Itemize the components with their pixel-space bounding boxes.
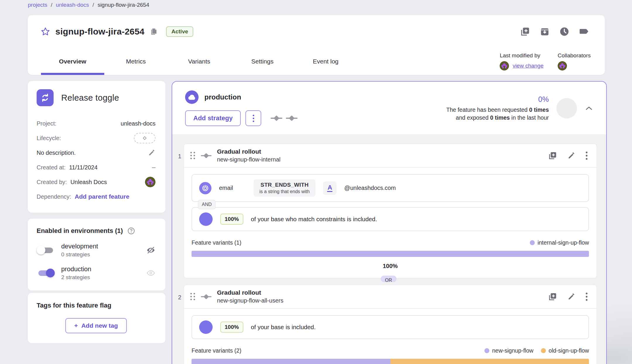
favorite-star-icon[interactable] [41, 27, 50, 36]
environment-name: development [61, 243, 98, 250]
strategy-list: 1 Gradual rollout new-signup-flow-intern… [172, 134, 606, 364]
rollout-donut-icon [199, 212, 213, 226]
breadcrumb-separator: / [93, 2, 94, 8]
breadcrumb: projects / unleash-docs / signup-flow-ji… [28, 2, 149, 8]
lifecycle-stage-pill[interactable] [134, 133, 156, 143]
copy-name-icon[interactable] [150, 28, 158, 36]
environment-row-development: development 0 strategies [37, 243, 156, 258]
created-by-label: Created by: [37, 179, 67, 186]
production-environment-panel: production Add strategy [172, 81, 607, 364]
strategy-menu-icon[interactable] [585, 151, 588, 160]
and-chip: AND [198, 200, 216, 209]
strategy-menu-icon[interactable] [585, 292, 588, 301]
copy-feature-icon[interactable] [520, 26, 530, 37]
tag-icon[interactable] [579, 27, 590, 36]
status-badge: Active [166, 26, 193, 37]
development-toggle[interactable] [37, 245, 55, 255]
breadcrumb-project-link[interactable]: unleash-docs [56, 2, 89, 8]
breadcrumb-separator: / [51, 2, 52, 8]
drag-handle[interactable] [190, 152, 195, 159]
variant-bar-segment [192, 359, 390, 364]
view-change-link[interactable]: view change [513, 63, 544, 69]
strategy-type: Gradual rollout [217, 289, 283, 296]
history-clock-icon[interactable] [559, 26, 570, 37]
case-sensitive-icon: A [323, 181, 337, 195]
avatar [558, 61, 567, 71]
constraint-operator-chip: STR_ENDS_WITH is a string that ends with [254, 179, 316, 197]
collaboration-area: Last modified by view change Collaborato… [500, 48, 605, 75]
tab-event-log[interactable]: Event log [294, 48, 357, 75]
lifecycle-row: Lifecycle: [37, 131, 156, 145]
rollout-percentage-chip: 100% [220, 214, 243, 225]
metrics-exposed-count: 0 times [490, 114, 510, 121]
feature-variants-section: Feature variants (2) new-signup-flow old… [192, 347, 589, 364]
environment-name-heading: production [204, 93, 241, 101]
feature-type-card: Release toggle Project: unleash-docs Lif… [28, 81, 165, 213]
dependency-label: Dependency: [37, 193, 71, 200]
tab-settings[interactable]: Settings [231, 48, 294, 75]
tab-overview[interactable]: Overview [41, 48, 104, 75]
metrics-requested-count: 0 times [529, 107, 549, 113]
collaborators-block: Collaborators [558, 52, 591, 71]
variant-bar-segment [390, 359, 589, 364]
environment-menu-button[interactable] [245, 110, 261, 126]
production-toggle[interactable] [37, 268, 55, 278]
rollout-description: of your base who match constraints is in… [251, 216, 377, 223]
legend-label: new-signup-flow [492, 347, 533, 354]
exposure-metrics: 0% The feature has been requested 0 time… [446, 95, 549, 122]
project-value: unleash-docs [121, 120, 156, 127]
breadcrumb-projects-link[interactable]: projects [28, 2, 47, 8]
strategy-item-1: 1 Gradual rollout new-signup-flow-intern… [176, 144, 597, 278]
strategy-type: Gradual rollout [217, 148, 281, 155]
created-at-label: Created at: [37, 164, 66, 171]
tab-variants[interactable]: Variants [168, 48, 231, 75]
edit-strategy-icon[interactable] [567, 152, 575, 160]
feature-variants-label: Feature variants (2) [192, 347, 241, 354]
feature-variants-label: Feature variants (1) [192, 239, 241, 246]
edit-strategy-icon[interactable] [567, 293, 575, 301]
project-row: Project: unleash-docs [37, 116, 156, 131]
add-strategy-button[interactable]: Add strategy [185, 110, 241, 126]
collapse-chevron-up-icon[interactable] [585, 105, 593, 111]
edit-description-icon[interactable] [148, 149, 156, 157]
constraint-value: @unleashdocs.com [344, 185, 396, 191]
rollout-description: of your base is included. [251, 324, 316, 331]
strategy-name: new-signup-flow-internal [217, 156, 281, 163]
add-parent-feature-link[interactable]: Add parent feature [75, 193, 129, 200]
collaborators-label: Collaborators [558, 52, 591, 59]
metrics-text: and exposed [456, 114, 490, 121]
feature-type-title: Release toggle [61, 93, 119, 103]
visibility-icon[interactable] [146, 268, 156, 278]
feature-header-card: signup-flow-jira-2654 Active [28, 15, 605, 75]
exposure-donut-chart [556, 98, 577, 119]
legend-dot [530, 240, 535, 245]
release-toggle-icon [37, 89, 54, 106]
constraint-field: email [219, 185, 233, 191]
visibility-off-icon[interactable] [146, 245, 156, 255]
created-by-value: Unleash Docs [70, 179, 107, 186]
strategy-preview-icons [271, 115, 298, 122]
tab-metrics[interactable]: Metrics [104, 48, 168, 75]
constraint-icon [199, 182, 211, 194]
help-icon[interactable] [127, 227, 135, 235]
copy-strategy-icon[interactable] [548, 292, 557, 301]
rollout-strategy-icon [201, 293, 212, 300]
variants-legend: internal-sign-up-flow [530, 239, 589, 246]
add-new-tag-button[interactable]: + Add new tag [65, 318, 127, 333]
feature-actions [520, 26, 590, 37]
strategy-preview-icon [271, 115, 282, 122]
metrics-text: in the last hour [510, 114, 549, 121]
strategy-number: 1 [176, 144, 184, 278]
environment-name: production [61, 265, 91, 273]
add-new-tag-label: Add new tag [81, 322, 118, 329]
metrics-text: The feature has been requested [446, 107, 529, 113]
created-by-row: Created by: Unleash Docs [37, 175, 156, 189]
copy-strategy-icon[interactable] [548, 151, 557, 160]
drag-handle[interactable] [190, 293, 195, 300]
cloud-environment-icon [185, 90, 199, 104]
breadcrumb-current: signup-flow-jira-2654 [98, 2, 149, 8]
rollout-box: 100% of your base is included. [192, 315, 589, 339]
dependency-row: Dependency: Add parent feature [37, 189, 156, 204]
environment-strategy-count: 2 strategies [61, 274, 91, 281]
archive-icon[interactable] [540, 27, 550, 37]
